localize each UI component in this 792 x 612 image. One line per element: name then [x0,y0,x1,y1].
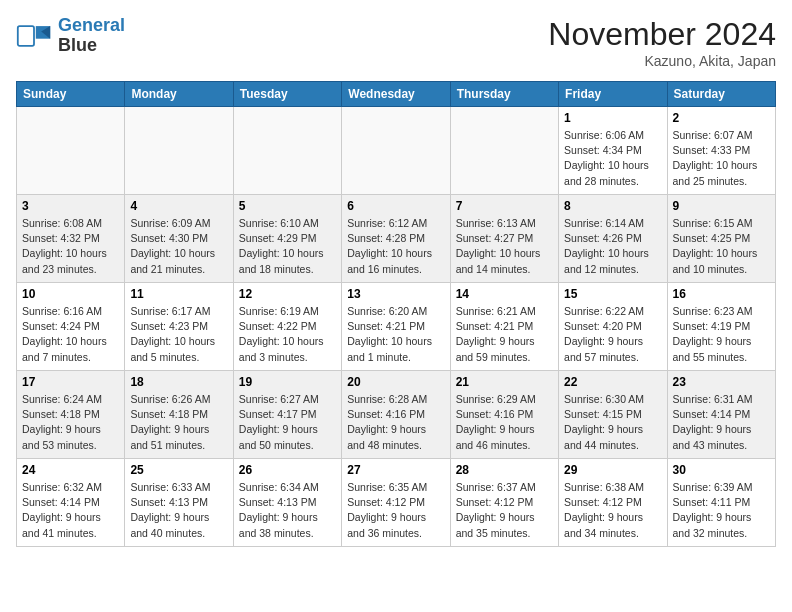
day-info: Sunrise: 6:30 AMSunset: 4:15 PMDaylight:… [564,392,661,453]
day-info: Sunrise: 6:27 AMSunset: 4:17 PMDaylight:… [239,392,336,453]
day-number: 2 [673,111,770,125]
logo-line1: General [58,15,125,35]
day-info: Sunrise: 6:32 AMSunset: 4:14 PMDaylight:… [22,480,119,541]
day-info: Sunrise: 6:22 AMSunset: 4:20 PMDaylight:… [564,304,661,365]
col-wednesday: Wednesday [342,82,450,107]
day-info: Sunrise: 6:28 AMSunset: 4:16 PMDaylight:… [347,392,444,453]
table-cell: 3Sunrise: 6:08 AMSunset: 4:32 PMDaylight… [17,195,125,283]
day-number: 27 [347,463,444,477]
week-row-1: 1Sunrise: 6:06 AMSunset: 4:34 PMDaylight… [17,107,776,195]
month-title: November 2024 [548,16,776,53]
day-info: Sunrise: 6:06 AMSunset: 4:34 PMDaylight:… [564,128,661,189]
day-number: 21 [456,375,553,389]
day-number: 6 [347,199,444,213]
table-cell [450,107,558,195]
day-info: Sunrise: 6:24 AMSunset: 4:18 PMDaylight:… [22,392,119,453]
day-info: Sunrise: 6:26 AMSunset: 4:18 PMDaylight:… [130,392,227,453]
day-info: Sunrise: 6:16 AMSunset: 4:24 PMDaylight:… [22,304,119,365]
table-cell: 26Sunrise: 6:34 AMSunset: 4:13 PMDayligh… [233,459,341,547]
day-info: Sunrise: 6:12 AMSunset: 4:28 PMDaylight:… [347,216,444,277]
table-cell: 12Sunrise: 6:19 AMSunset: 4:22 PMDayligh… [233,283,341,371]
day-number: 5 [239,199,336,213]
table-cell: 29Sunrise: 6:38 AMSunset: 4:12 PMDayligh… [559,459,667,547]
logo-text: General Blue [58,16,125,56]
day-info: Sunrise: 6:37 AMSunset: 4:12 PMDaylight:… [456,480,553,541]
page-header: General Blue November 2024 Kazuno, Akita… [16,16,776,69]
day-number: 9 [673,199,770,213]
day-info: Sunrise: 6:31 AMSunset: 4:14 PMDaylight:… [673,392,770,453]
col-thursday: Thursday [450,82,558,107]
day-info: Sunrise: 6:13 AMSunset: 4:27 PMDaylight:… [456,216,553,277]
table-cell: 2Sunrise: 6:07 AMSunset: 4:33 PMDaylight… [667,107,775,195]
logo-icon [16,22,52,50]
day-info: Sunrise: 6:35 AMSunset: 4:12 PMDaylight:… [347,480,444,541]
table-cell: 7Sunrise: 6:13 AMSunset: 4:27 PMDaylight… [450,195,558,283]
day-number: 28 [456,463,553,477]
table-cell: 18Sunrise: 6:26 AMSunset: 4:18 PMDayligh… [125,371,233,459]
day-info: Sunrise: 6:10 AMSunset: 4:29 PMDaylight:… [239,216,336,277]
calendar-header-row: Sunday Monday Tuesday Wednesday Thursday… [17,82,776,107]
day-info: Sunrise: 6:09 AMSunset: 4:30 PMDaylight:… [130,216,227,277]
table-cell: 28Sunrise: 6:37 AMSunset: 4:12 PMDayligh… [450,459,558,547]
table-cell [17,107,125,195]
col-monday: Monday [125,82,233,107]
day-number: 18 [130,375,227,389]
table-cell: 8Sunrise: 6:14 AMSunset: 4:26 PMDaylight… [559,195,667,283]
day-info: Sunrise: 6:08 AMSunset: 4:32 PMDaylight:… [22,216,119,277]
table-cell: 9Sunrise: 6:15 AMSunset: 4:25 PMDaylight… [667,195,775,283]
table-cell: 19Sunrise: 6:27 AMSunset: 4:17 PMDayligh… [233,371,341,459]
day-info: Sunrise: 6:07 AMSunset: 4:33 PMDaylight:… [673,128,770,189]
logo-line2: Blue [58,36,125,56]
day-number: 19 [239,375,336,389]
title-block: November 2024 Kazuno, Akita, Japan [548,16,776,69]
table-cell [342,107,450,195]
table-cell: 27Sunrise: 6:35 AMSunset: 4:12 PMDayligh… [342,459,450,547]
calendar: Sunday Monday Tuesday Wednesday Thursday… [16,81,776,547]
day-info: Sunrise: 6:17 AMSunset: 4:23 PMDaylight:… [130,304,227,365]
day-number: 26 [239,463,336,477]
day-number: 29 [564,463,661,477]
table-cell: 16Sunrise: 6:23 AMSunset: 4:19 PMDayligh… [667,283,775,371]
day-number: 3 [22,199,119,213]
location: Kazuno, Akita, Japan [548,53,776,69]
week-row-3: 10Sunrise: 6:16 AMSunset: 4:24 PMDayligh… [17,283,776,371]
day-number: 11 [130,287,227,301]
day-number: 30 [673,463,770,477]
day-number: 16 [673,287,770,301]
table-cell: 1Sunrise: 6:06 AMSunset: 4:34 PMDaylight… [559,107,667,195]
week-row-5: 24Sunrise: 6:32 AMSunset: 4:14 PMDayligh… [17,459,776,547]
table-cell: 4Sunrise: 6:09 AMSunset: 4:30 PMDaylight… [125,195,233,283]
day-number: 15 [564,287,661,301]
table-cell: 10Sunrise: 6:16 AMSunset: 4:24 PMDayligh… [17,283,125,371]
table-cell [125,107,233,195]
day-number: 17 [22,375,119,389]
col-friday: Friday [559,82,667,107]
table-cell: 15Sunrise: 6:22 AMSunset: 4:20 PMDayligh… [559,283,667,371]
table-cell: 13Sunrise: 6:20 AMSunset: 4:21 PMDayligh… [342,283,450,371]
day-number: 14 [456,287,553,301]
day-number: 8 [564,199,661,213]
table-cell: 14Sunrise: 6:21 AMSunset: 4:21 PMDayligh… [450,283,558,371]
day-info: Sunrise: 6:34 AMSunset: 4:13 PMDaylight:… [239,480,336,541]
day-info: Sunrise: 6:39 AMSunset: 4:11 PMDaylight:… [673,480,770,541]
table-cell: 5Sunrise: 6:10 AMSunset: 4:29 PMDaylight… [233,195,341,283]
day-number: 12 [239,287,336,301]
day-number: 24 [22,463,119,477]
day-info: Sunrise: 6:23 AMSunset: 4:19 PMDaylight:… [673,304,770,365]
table-cell: 6Sunrise: 6:12 AMSunset: 4:28 PMDaylight… [342,195,450,283]
day-info: Sunrise: 6:20 AMSunset: 4:21 PMDaylight:… [347,304,444,365]
table-cell: 25Sunrise: 6:33 AMSunset: 4:13 PMDayligh… [125,459,233,547]
table-cell: 21Sunrise: 6:29 AMSunset: 4:16 PMDayligh… [450,371,558,459]
logo: General Blue [16,16,125,56]
week-row-2: 3Sunrise: 6:08 AMSunset: 4:32 PMDaylight… [17,195,776,283]
week-row-4: 17Sunrise: 6:24 AMSunset: 4:18 PMDayligh… [17,371,776,459]
col-tuesday: Tuesday [233,82,341,107]
table-cell: 24Sunrise: 6:32 AMSunset: 4:14 PMDayligh… [17,459,125,547]
table-cell: 11Sunrise: 6:17 AMSunset: 4:23 PMDayligh… [125,283,233,371]
table-cell: 22Sunrise: 6:30 AMSunset: 4:15 PMDayligh… [559,371,667,459]
day-number: 4 [130,199,227,213]
day-info: Sunrise: 6:21 AMSunset: 4:21 PMDaylight:… [456,304,553,365]
day-info: Sunrise: 6:38 AMSunset: 4:12 PMDaylight:… [564,480,661,541]
day-info: Sunrise: 6:15 AMSunset: 4:25 PMDaylight:… [673,216,770,277]
col-sunday: Sunday [17,82,125,107]
